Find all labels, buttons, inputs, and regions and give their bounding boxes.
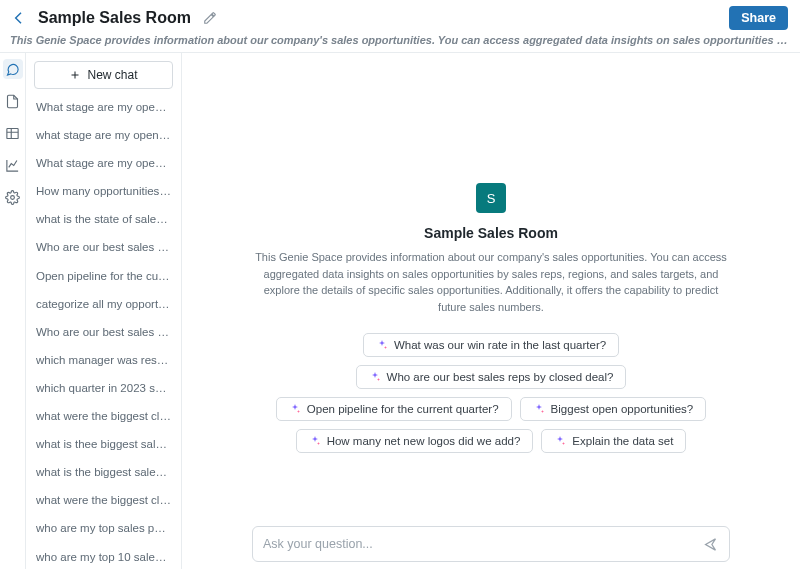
history-item[interactable]: what is the biggest sales opport… bbox=[26, 458, 181, 486]
history-list: What stage are my open opport…what stage… bbox=[26, 93, 181, 569]
chat-icon[interactable] bbox=[3, 59, 23, 79]
history-item[interactable]: what is the state of sales pipeline? bbox=[26, 205, 181, 233]
document-icon[interactable] bbox=[3, 91, 23, 111]
main-panel: S Sample Sales Room This Genie Space pro… bbox=[182, 53, 800, 569]
page-title: Sample Sales Room bbox=[38, 9, 191, 27]
history-item[interactable]: what were the biggest closed de… bbox=[26, 486, 181, 514]
suggestion-chip[interactable]: Open pipeline for the current quarter? bbox=[276, 397, 512, 421]
suggestion-list: What was our win rate in the last quarte… bbox=[276, 333, 706, 453]
welcome-title: Sample Sales Room bbox=[424, 225, 558, 241]
history-item[interactable]: what stage are my open opportu… bbox=[26, 121, 181, 149]
suggestion-chip[interactable]: Explain the data set bbox=[541, 429, 686, 453]
suggestion-label: Open pipeline for the current quarter? bbox=[307, 403, 499, 415]
suggestion-chip[interactable]: Who are our best sales reps by closed de… bbox=[356, 365, 627, 389]
history-item[interactable]: Who are our best sales reps by … bbox=[26, 233, 181, 261]
welcome-description: This Genie Space provides information ab… bbox=[251, 249, 731, 315]
suggestion-label: Biggest open opportunities? bbox=[551, 403, 694, 415]
history-item[interactable]: what is thee biggest sales oppor… bbox=[26, 430, 181, 458]
question-input[interactable] bbox=[263, 537, 702, 551]
space-avatar: S bbox=[476, 183, 506, 213]
history-item[interactable]: categorize all my opportunities … bbox=[26, 290, 181, 318]
space-description-truncated: This Genie Space provides information ab… bbox=[0, 32, 800, 53]
history-item[interactable]: Open pipeline for the current qu… bbox=[26, 262, 181, 290]
suggestion-label: How many net new logos did we add? bbox=[327, 435, 521, 447]
send-icon[interactable] bbox=[702, 536, 719, 553]
history-item[interactable]: What stage are my open opport… bbox=[26, 93, 181, 121]
history-item[interactable]: How many opportunities are in e… bbox=[26, 177, 181, 205]
new-chat-button[interactable]: New chat bbox=[34, 61, 173, 89]
svg-point-1 bbox=[11, 195, 15, 199]
back-arrow-icon[interactable] bbox=[10, 9, 28, 27]
history-item[interactable]: which quarter in 2023 saw the … bbox=[26, 374, 181, 402]
suggestion-label: Explain the data set bbox=[572, 435, 673, 447]
suggestion-label: What was our win rate in the last quarte… bbox=[394, 339, 606, 351]
suggestion-chip[interactable]: Biggest open opportunities? bbox=[520, 397, 707, 421]
suggestion-label: Who are our best sales reps by closed de… bbox=[387, 371, 614, 383]
chat-history-panel: New chat What stage are my open opport…w… bbox=[26, 53, 182, 569]
history-item[interactable]: Who are our best sales reps by … bbox=[26, 318, 181, 346]
suggestion-chip[interactable]: How many net new logos did we add? bbox=[296, 429, 534, 453]
history-item[interactable]: What stage are my open opport… bbox=[26, 149, 181, 177]
chart-icon[interactable] bbox=[3, 155, 23, 175]
suggestion-chip[interactable]: What was our win rate in the last quarte… bbox=[363, 333, 619, 357]
question-input-bar bbox=[252, 526, 730, 562]
share-button[interactable]: Share bbox=[729, 6, 788, 30]
history-item[interactable]: which manager was responsible … bbox=[26, 346, 181, 374]
history-item[interactable]: who are my top sales people all … bbox=[26, 514, 181, 542]
history-item[interactable]: who are my top 10 sales people … bbox=[26, 543, 181, 570]
svg-rect-0 bbox=[7, 128, 18, 138]
left-icon-rail bbox=[0, 53, 26, 569]
edit-icon[interactable] bbox=[203, 11, 217, 25]
history-item[interactable]: what were the biggest closed de… bbox=[26, 402, 181, 430]
new-chat-label: New chat bbox=[87, 68, 137, 82]
settings-icon[interactable] bbox=[3, 187, 23, 207]
table-icon[interactable] bbox=[3, 123, 23, 143]
